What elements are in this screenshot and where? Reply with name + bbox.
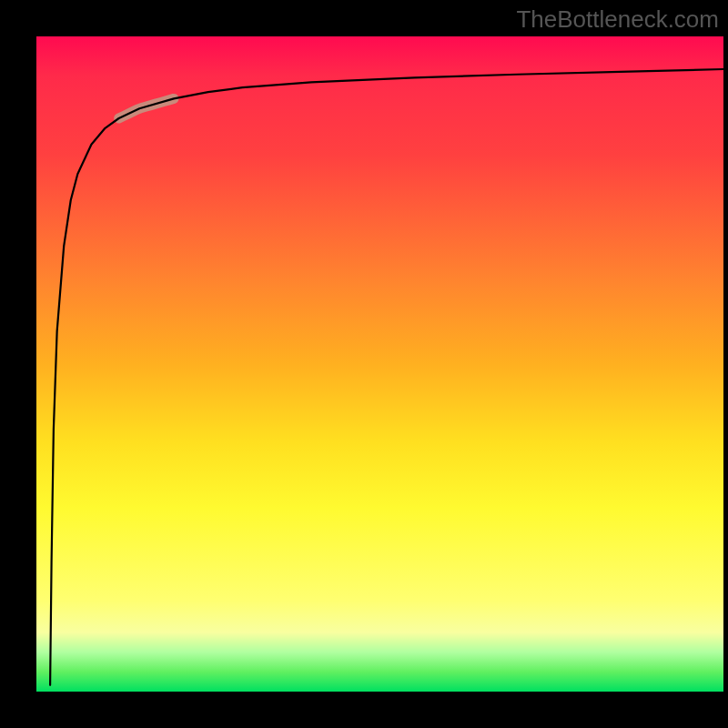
curve-svg: [36, 36, 723, 692]
watermark-text: TheBottleneck.com: [516, 5, 719, 34]
bottleneck-curve-line: [50, 69, 723, 685]
chart-frame: TheBottleneck.com: [0, 0, 728, 728]
chart-plot-area: [36, 36, 723, 692]
